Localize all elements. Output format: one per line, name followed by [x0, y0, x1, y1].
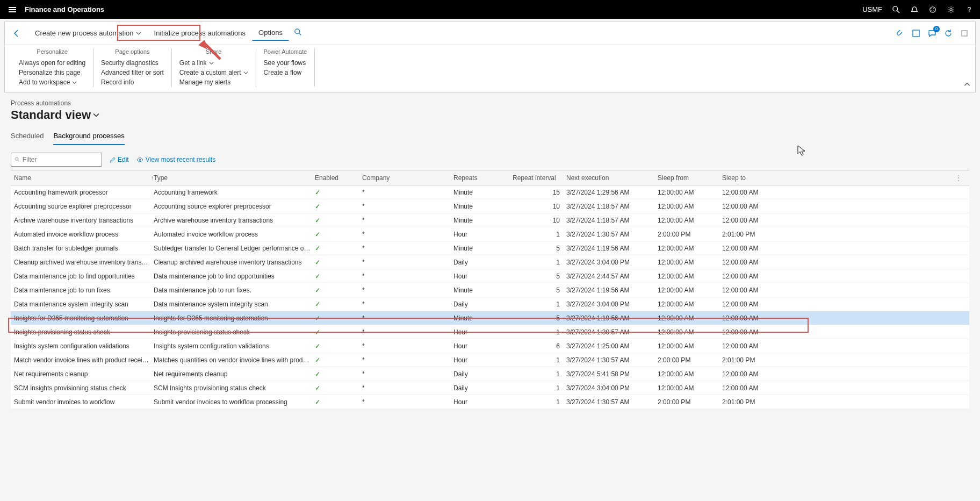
cell-next: 3/27/2024 1:18:57 AM — [566, 203, 658, 210]
col-repeats[interactable]: Repeats — [453, 174, 513, 182]
ribbon-get-link[interactable]: Get a link — [179, 58, 248, 68]
cell-repeats: Daily — [453, 259, 513, 266]
eye-icon — [136, 157, 143, 162]
table-row[interactable]: Accounting framework processor Accountin… — [11, 185, 969, 199]
smile-icon[interactable] — [928, 5, 937, 14]
ribbon-advanced-filter[interactable]: Advanced filter or sort — [101, 68, 164, 77]
tab-background-processes[interactable]: Background processes — [53, 130, 124, 145]
cell-next: 3/27/2024 1:30:57 AM — [566, 398, 658, 406]
messages-badge: 0 — [933, 26, 940, 32]
attach-icon[interactable] — [895, 28, 905, 39]
svg-point-13 — [139, 159, 141, 161]
hamburger-icon[interactable] — [6, 5, 18, 15]
edit-button[interactable]: Edit — [110, 156, 129, 163]
ribbon-create-flow[interactable]: Create a flow — [264, 68, 307, 77]
svg-line-8 — [299, 33, 301, 35]
cell-name: Submit vendor invoices to workflow — [14, 398, 154, 406]
company-code[interactable]: USMF — [862, 5, 882, 13]
table-row[interactable]: Batch transfer for subledger journals Su… — [11, 241, 969, 255]
ribbon-always-open[interactable]: Always open for editing — [19, 58, 85, 68]
back-button[interactable] — [10, 27, 23, 40]
col-sleep-to[interactable]: Sleep to — [722, 174, 787, 182]
cell-sleep-to: 12:00:00 AM — [722, 328, 787, 336]
collapse-ribbon-icon[interactable] — [963, 81, 971, 90]
search-icon[interactable] — [892, 5, 900, 14]
table-row[interactable]: Submit vendor invoices to workflow Submi… — [11, 395, 969, 409]
table-row[interactable]: Data maintenance job to find opportuniti… — [11, 269, 969, 283]
table-row[interactable]: Archive warehouse inventory transactions… — [11, 213, 969, 227]
office-icon[interactable] — [911, 28, 921, 39]
ribbon-security[interactable]: Security diagnostics — [101, 58, 164, 68]
ribbon-record-info[interactable]: Record info — [101, 77, 164, 87]
refresh-icon[interactable] — [943, 28, 954, 39]
cell-interval: 5 — [513, 245, 566, 252]
column-options-icon[interactable]: ⋮ — [955, 174, 966, 182]
options-label: Options — [258, 28, 283, 37]
col-next[interactable]: Next execution — [566, 174, 658, 182]
cell-interval: 5 — [513, 273, 566, 280]
messages-icon[interactable]: 0 — [927, 28, 938, 39]
action-pane: Create new process automation Initialize… — [4, 21, 976, 93]
bell-icon[interactable] — [910, 5, 919, 14]
table-row[interactable]: Cleanup archived warehouse inventory tra… — [11, 255, 969, 269]
col-name[interactable]: Name↑ — [14, 174, 154, 182]
table-row[interactable]: Insights for D365 monitoring automation … — [11, 311, 969, 325]
cell-interval: 1 — [513, 259, 566, 266]
cell-repeats: Hour — [453, 231, 513, 238]
col-type[interactable]: Type — [154, 174, 315, 182]
cell-interval: 1 — [513, 370, 566, 378]
svg-line-12 — [18, 160, 19, 162]
tab-scheduled[interactable]: Scheduled — [11, 130, 44, 145]
cell-enabled: ✓ — [315, 273, 362, 280]
col-company[interactable]: Company — [362, 174, 453, 182]
cell-sleep-from: 12:00:00 AM — [658, 384, 722, 392]
table-row[interactable]: Accounting source explorer preprocessor … — [11, 199, 969, 213]
ribbon-add-workspace[interactable]: Add to workspace — [19, 77, 85, 87]
table-row[interactable]: SCM Insights provisioning status check S… — [11, 381, 969, 395]
view-recent-button[interactable]: View most recent results — [136, 156, 216, 163]
table-row[interactable]: Automated invoice workflow process Autom… — [11, 227, 969, 241]
cell-sleep-from: 2:00:00 PM — [658, 356, 722, 364]
table-row[interactable]: Insights system configuration validation… — [11, 339, 969, 353]
ribbon-manage-alerts[interactable]: Manage my alerts — [179, 77, 248, 87]
table-toolbar: Edit View most recent results — [11, 153, 969, 167]
cell-sleep-to: 12:00:00 AM — [722, 300, 787, 308]
gear-icon[interactable] — [947, 5, 955, 14]
table-row[interactable]: Match vendor invoice lines with product … — [11, 353, 969, 367]
cell-company: * — [362, 342, 453, 350]
cell-enabled: ✓ — [315, 189, 362, 196]
table-row[interactable]: Data maintenance system integrity scan D… — [11, 297, 969, 311]
search-icon — [15, 156, 20, 163]
ribbon-personalize-page[interactable]: Personalize this page — [19, 68, 85, 77]
cell-sleep-to: 2:01:00 PM — [722, 398, 787, 406]
col-sleep-from[interactable]: Sleep from — [658, 174, 722, 182]
action-search-icon[interactable] — [292, 26, 304, 40]
filter-input[interactable] — [23, 156, 98, 163]
cell-type: Matches quantities on vendor invoice lin… — [154, 356, 315, 364]
view-title[interactable]: Standard view — [11, 108, 969, 122]
options-tab[interactable]: Options — [252, 25, 289, 41]
table-row[interactable]: Net requirements cleanup Net requirement… — [11, 367, 969, 381]
cell-company: * — [362, 189, 453, 196]
cell-repeats: Minute — [453, 314, 513, 322]
cell-type: Archive warehouse inventory transactions — [154, 217, 315, 224]
col-interval[interactable]: Repeat interval — [513, 174, 566, 182]
ribbon-see-flows[interactable]: See your flows — [264, 58, 307, 68]
table-row[interactable]: Insights provisioning status check Insig… — [11, 325, 969, 339]
ribbon-custom-alert[interactable]: Create a custom alert — [179, 68, 248, 77]
table-row[interactable]: Data maintenance job to run fixes. Data … — [11, 283, 969, 297]
col-enabled[interactable]: Enabled — [315, 174, 362, 182]
popout-icon[interactable] — [959, 28, 970, 39]
cell-enabled: ✓ — [315, 203, 362, 210]
filter-input-wrapper[interactable] — [11, 153, 102, 167]
cell-interval: 10 — [513, 217, 566, 224]
cell-enabled: ✓ — [315, 398, 362, 406]
cell-sleep-from: 12:00:00 AM — [658, 370, 722, 378]
help-icon[interactable]: ? — [965, 5, 974, 14]
create-process-automation-button[interactable]: Create new process automation — [28, 26, 148, 40]
cell-company: * — [362, 356, 453, 364]
ribbon-title-page-options: Page options — [101, 48, 164, 55]
initialize-process-automations-button[interactable]: Initialize process automations — [148, 26, 253, 40]
cell-name: Accounting framework processor — [14, 189, 154, 196]
cell-name: Insights for D365 monitoring automation — [14, 314, 154, 322]
